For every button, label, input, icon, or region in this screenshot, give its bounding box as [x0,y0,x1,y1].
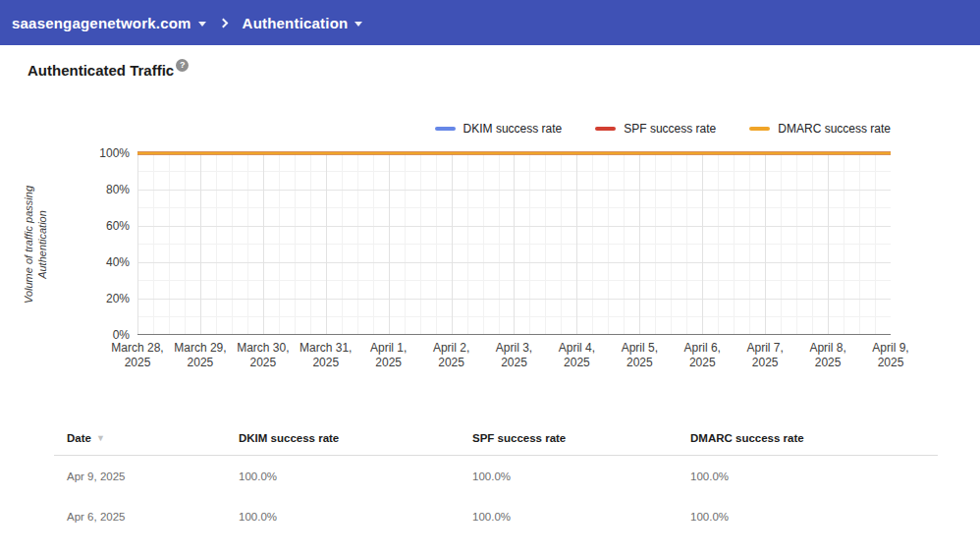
chevron-down-icon [198,22,206,27]
help-icon[interactable]: ? [176,59,189,72]
cell-dkim: 100.0% [226,511,460,523]
column-header-spf[interactable]: SPF success rate [460,432,678,444]
dkim-line-swatch-icon [435,127,456,131]
x-tick-label: April 9,2025 [872,341,908,370]
x-tick-label: March 31,2025 [299,341,352,370]
cell-dkim: 100.0% [226,471,460,482]
column-header-dkim[interactable]: DKIM success rate [226,432,460,444]
cell-dmarc: 100.0% [678,511,938,523]
x-tick-label: April 3,2025 [496,341,532,370]
y-axis-title: Volume of traffic passing Authentication [8,153,63,335]
chevron-down-icon [354,22,362,27]
chart-plot-area[interactable] [137,153,891,335]
cell-spf: 100.0% [460,471,678,482]
y-tick-label: 40% [90,255,130,269]
dmarc-line-swatch-icon [749,127,770,131]
domain-dropdown-label: saasengagenetwork.com [12,15,191,31]
y-tick-label: 80% [90,183,130,196]
y-axis-title-line1: Volume of traffic passing [22,185,35,303]
x-axis-ticks: March 28,2025March 29,2025March 30,2025M… [137,341,891,374]
legend-label: DMARC success rate [778,122,891,136]
y-tick-label: 20% [90,292,130,305]
top-nav-bar: saasengagenetwork.com Authentication [0,0,980,45]
x-tick-label: April 7,2025 [746,341,783,370]
postmaster-dashboard: saasengagenetwork.com Authentication Aut… [0,0,980,554]
results-table: Date ▼ DKIM success rate SPF success rat… [54,432,938,536]
cell-date: Apr 9, 2025 [54,471,226,482]
cell-date: Apr 6, 2025 [54,511,226,523]
x-tick-label: April 5,2025 [622,341,658,370]
table-header-row: Date ▼ DKIM success rate SPF success rat… [54,432,938,456]
chart-legend: DKIM success rateSPF success rateDMARC s… [435,122,891,136]
legend-item-dkim: DKIM success rate [435,122,563,136]
cell-dmarc: 100.0% [678,471,938,482]
y-axis-title-line2: Authentication [35,185,49,303]
y-tick-label: 100% [90,146,130,160]
x-tick-label: April 4,2025 [559,341,595,370]
page-title-row: Authenticated Traffic ? [27,62,189,79]
x-tick-label: April 8,2025 [809,341,845,370]
y-axis-ticks: 100%80%60%40%20%0% [90,153,130,335]
page-title: Authenticated Traffic [27,62,174,79]
legend-label: DKIM success rate [463,122,563,136]
column-header-date[interactable]: Date ▼ [54,432,226,444]
legend-item-dmarc: DMARC success rate [749,122,891,136]
y-tick-label: 0% [90,328,130,342]
x-tick-label: March 30,2025 [237,341,289,370]
section-dropdown[interactable]: Authentication [243,15,363,31]
x-tick-label: March 29,2025 [174,341,226,370]
spf-line-swatch-icon [595,127,616,131]
x-tick-label: April 6,2025 [684,341,721,370]
column-header-dmarc[interactable]: DMARC success rate [678,432,938,444]
cell-spf: 100.0% [460,511,678,523]
y-tick-label: 60% [90,219,130,233]
sort-desc-icon: ▼ [96,433,105,443]
section-dropdown-label: Authentication [243,15,349,31]
x-tick-label: April 2,2025 [433,341,469,370]
x-tick-label: April 1,2025 [370,341,407,370]
legend-item-spf: SPF success rate [595,122,716,136]
breadcrumb-chevron-right-icon [218,18,228,28]
domain-dropdown[interactable]: saasengagenetwork.com [12,15,206,31]
table-row: Apr 6, 2025 100.0% 100.0% 100.0% [54,496,938,536]
legend-label: SPF success rate [624,122,716,136]
x-tick-label: March 28,2025 [111,341,163,370]
table-row: Apr 9, 2025 100.0% 100.0% 100.0% [54,456,938,496]
